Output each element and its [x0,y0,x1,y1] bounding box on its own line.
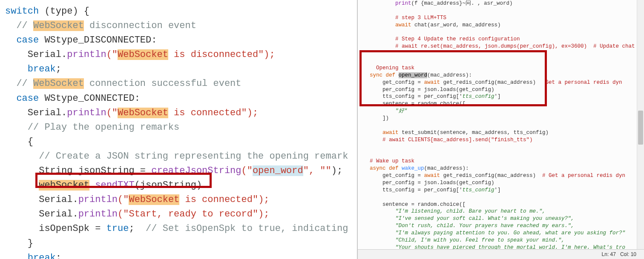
scrollbar-thumb[interactable] [638,111,643,145]
left-code-editor[interactable]: switch (type) { // WebSocket disconnecti… [0,0,357,259]
left-code: switch (type) { // WebSocket disconnecti… [0,0,357,259]
right-code: print(f {mac_address}~问. , asr_word) # s… [358,0,637,250]
vertical-scrollbar[interactable] [637,0,644,250]
right-code-editor[interactable]: print(f {mac_address}~问. , asr_word) # s… [357,0,644,259]
status-bar: Ln: 47 Col: 10 [358,249,644,259]
status-line-label: Ln: 47 [602,251,616,258]
status-col-label: Col: 10 [620,251,636,258]
